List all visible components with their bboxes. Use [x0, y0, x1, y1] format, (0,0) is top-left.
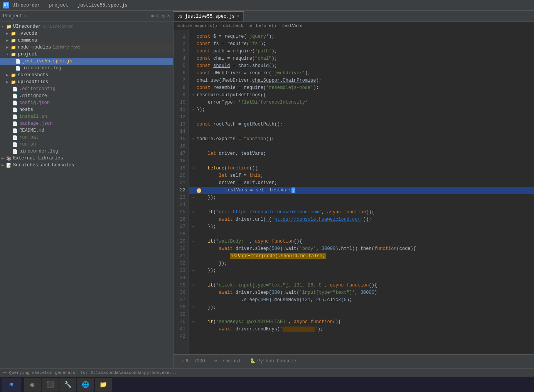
app-icon: UI — [3, 2, 9, 8]
uploadfiles-icon: 📁 — [11, 80, 16, 85]
app-name: UIrecorder — [12, 3, 40, 8]
scratches-label: Scratches and Consoles — [13, 162, 74, 168]
file-tree: ▾ 📁 UIrecorder D:\UIrecorder ▶ 📁 .vscode… — [0, 22, 173, 368]
tree-root[interactable]: ▾ 📁 UIrecorder D:\UIrecorder — [0, 23, 173, 30]
screenshots-label: screenshots — [18, 72, 48, 78]
notification-text: ⊹ Querying skeleton generator for D:\ana… — [3, 370, 177, 375]
code-line-13: const rootPath = getRootPath(); — [189, 121, 534, 128]
tree-item-config-json[interactable]: 📄 config.json — [0, 99, 173, 106]
screenshots-arrow: ▶ — [6, 73, 11, 77]
tree-item-package-json[interactable]: 📄 package.json — [0, 120, 173, 127]
project-panel: Project ▾ ⊕ ⊟ ⚙ × ▾ 📁 UIrecorder D:\UI — [0, 11, 174, 368]
code-editor[interactable]: 1 2 3 4 5 6 7 8 9 10 11 12 13 14 15 16 1 — [174, 30, 534, 354]
tab-close-button[interactable]: × — [237, 14, 239, 18]
gitignore-icon: 📄 — [12, 94, 18, 99]
run-sh-icon: 📄 — [12, 142, 18, 147]
code-line-36: await driver.sleep(300).wait('input[type… — [189, 289, 534, 297]
node-modules-label: node_modules — [18, 45, 51, 50]
todo-tab[interactable]: ≡ 6: TODO — [177, 356, 210, 367]
status-bar: ⊹ Querying skeleton generator for D:\ana… — [0, 368, 534, 377]
code-content[interactable]: const $ = require('jquery'); const fs = … — [189, 30, 534, 354]
project-label: Project — [3, 13, 22, 19]
taskbar-icon-3: 🔧 — [64, 381, 72, 389]
justlive55-icon: 📄 — [15, 59, 21, 64]
external-libs-icon: 📚 — [6, 156, 12, 161]
tree-item-project[interactable]: ▾ 📁 project — [0, 51, 173, 58]
editorconfig-icon: 📄 — [12, 87, 18, 92]
code-line-31: isPageError(code).should.be.false; — [189, 253, 534, 260]
python-tab[interactable]: 🐍 Python Console — [245, 356, 301, 367]
breadcrumb: module.exports() › callback for before()… — [174, 22, 534, 30]
tree-item-run-bat[interactable]: 📄 run.bat — [0, 134, 173, 141]
code-line-33: ▾ }); — [189, 267, 534, 275]
file-name: justlive55.spec.js — [77, 3, 128, 8]
tab-bar: JS justlive55.spec.js × — [174, 11, 534, 22]
code-line-7: chai.use(JWebDriver.chaiSupportChainProm… — [189, 77, 534, 84]
code-line-10: errorType: 'flatDifferenceIntensity' — [189, 99, 534, 106]
code-line-11: ▾ }); — [189, 106, 534, 114]
code-line-37: .sleep(300).mouseMove(131, 26).click(0); — [189, 297, 534, 304]
todo-label: 6: TODO — [185, 358, 205, 364]
bottom-bar: ≡ 6: TODO ⌨ Terminal 🐍 Python Console — [174, 354, 534, 368]
editor-area: JS justlive55.spec.js × module.exports()… — [174, 11, 534, 368]
uploadfiles-arrow: ▶ — [6, 80, 11, 84]
code-line-32: }); — [189, 260, 534, 267]
code-line-28 — [189, 231, 534, 238]
tree-item-gitignore[interactable]: 📄 .gitignore — [0, 92, 173, 99]
taskbar-app-4[interactable]: 🌐 — [77, 378, 94, 392]
close-icon[interactable]: × — [167, 13, 170, 19]
breadcrumb-item-1: module.exports() — [177, 23, 217, 28]
tree-item-commons[interactable]: ▶ 📁 commons — [0, 37, 173, 44]
hosts-icon: 📄 — [12, 107, 18, 112]
uirecorder-log-label: uirecorder.log — [22, 65, 61, 71]
commons-folder-icon: 📁 — [11, 38, 16, 43]
tree-item-uirecorder-log2[interactable]: 📄 uirecorder.log — [0, 148, 173, 155]
external-libs-arrow: ▶ — [2, 156, 6, 161]
terminal-tab[interactable]: ⌨ Terminal — [210, 356, 246, 367]
taskbar-icon-5: 📁 — [99, 381, 107, 389]
project-header-left: Project ▾ — [3, 13, 27, 19]
bookmark-22 — [197, 188, 201, 193]
start-button[interactable]: ⊞ — [2, 378, 21, 392]
run-sh-label: run.sh — [19, 142, 36, 147]
tree-item-readme[interactable]: 📄 README.md — [0, 127, 173, 134]
settings-icon[interactable]: ⚙ — [162, 13, 165, 19]
hosts-label: hosts — [19, 107, 33, 112]
tree-item-external-libs[interactable]: ▶ 📚 External Libraries — [0, 155, 173, 162]
tree-item-justlive55[interactable]: 📄 justlive55.spec.js — [0, 58, 173, 65]
code-line-25: ▾ it('url: https://console.huaweicloud.c… — [189, 209, 534, 216]
code-line-1: const $ = require('jquery'); — [189, 33, 534, 40]
code-line-42 — [189, 333, 534, 340]
taskbar-app-1[interactable]: ◉ — [24, 378, 41, 392]
justlive55-label: justlive55.spec.js — [22, 59, 72, 64]
config-json-label: config.json — [19, 100, 50, 106]
tree-item-install-sh[interactable]: 📄 install.sh — [0, 113, 173, 120]
tree-item-screenshots[interactable]: ▶ 📁 screenshots — [0, 72, 173, 79]
project-name: project — [49, 3, 68, 8]
project-dropdown-icon[interactable]: ▾ — [24, 13, 27, 19]
python-label: Python Console — [257, 358, 296, 364]
collapse-icon[interactable]: ⊟ — [157, 13, 160, 19]
readme-icon: 📄 — [12, 128, 18, 133]
breadcrumb-item-3: testVars — [282, 23, 302, 28]
code-line-18 — [189, 157, 534, 165]
code-line-2: const fs = require('fs'); — [189, 40, 534, 48]
taskbar-app-5[interactable]: 📁 — [95, 378, 112, 392]
commons-arrow: ▶ — [6, 38, 11, 43]
tree-item-node-modules[interactable]: ▶ 📁 node_modules library root — [0, 44, 173, 51]
code-line-16 — [189, 143, 534, 150]
taskbar-app-2[interactable]: ⬛ — [42, 378, 59, 392]
tree-item-scratches[interactable]: ▶ 📝 Scratches and Consoles — [0, 162, 173, 169]
package-json-label: package.json — [19, 121, 52, 126]
tree-item-vscode[interactable]: ▶ 📁 .vscode — [0, 30, 173, 37]
tree-item-uirecorder-log[interactable]: 📄 uirecorder.log — [0, 65, 173, 72]
add-icon[interactable]: ⊕ — [151, 13, 154, 19]
root-path: D:\UIrecorder — [43, 25, 73, 29]
active-tab[interactable]: JS justlive55.spec.js × — [174, 11, 244, 21]
tree-item-hosts[interactable]: 📄 hosts — [0, 106, 173, 113]
taskbar-app-3[interactable]: 🔧 — [59, 378, 76, 392]
tree-item-editorconfig[interactable]: 📄 .editorconfig — [0, 85, 173, 92]
screenshots-icon: 📁 — [11, 73, 16, 78]
tree-item-run-sh[interactable]: 📄 run.sh — [0, 141, 173, 148]
tree-item-uploadfiles[interactable]: ▶ 📁 uploadfiles — [0, 79, 173, 85]
